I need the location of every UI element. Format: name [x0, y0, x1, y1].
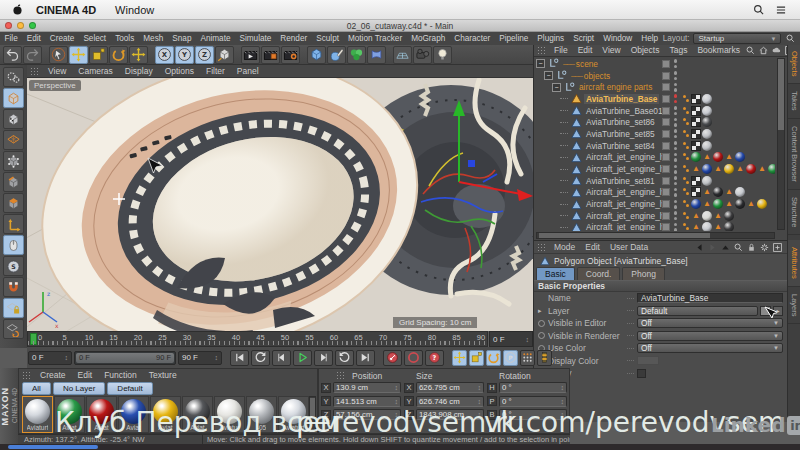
material-swatch-0[interactable]: Aviaturt — [22, 396, 53, 433]
planar-workplane-icon[interactable] — [3, 319, 24, 339]
panel-drag-handle[interactable] — [30, 67, 39, 76]
object-name[interactable]: Aircraft_jet_engine_lwo.12 — [584, 222, 662, 231]
go-to-end-icon[interactable] — [356, 350, 375, 366]
forward-icon[interactable] — [707, 242, 718, 253]
polygons-mode-icon[interactable] — [3, 193, 24, 213]
object-name[interactable]: AviaTurbine_set86 — [584, 117, 657, 127]
search-icon[interactable] — [745, 45, 756, 56]
layer-tab-no-layer[interactable]: No Layer — [53, 382, 105, 395]
viewport-menu-display[interactable]: Display — [119, 66, 159, 76]
object-row-aviaturbine_set85[interactable]: AviaTurbine_set85 — [536, 128, 775, 140]
object-row-aircraft_jet_engine_lwo-14[interactable]: Aircraft_jet_engine_lwo.14▲▲▲ — [536, 198, 775, 210]
magnet-icon[interactable] — [3, 277, 24, 297]
object-tags[interactable]: ▲▲ — [683, 211, 775, 221]
viewport-menu-options[interactable]: Options — [159, 66, 200, 76]
visibility-dots[interactable] — [673, 176, 678, 185]
go-to-start-icon[interactable] — [230, 350, 249, 366]
menu-plugins[interactable]: Plugins — [533, 34, 569, 43]
rotation-p-field[interactable]: 0 °↕ — [499, 396, 567, 407]
position-y-field[interactable]: 141.513 cm↕ — [333, 396, 401, 407]
viewport[interactable]: z x — [27, 78, 533, 331]
object-name[interactable]: Aircraft_jet_engine_lwo.13 — [584, 211, 662, 221]
attribute-menu-user-data[interactable]: User Data — [605, 242, 653, 252]
side-tab-takes[interactable]: Takes — [788, 84, 800, 119]
lock-z-icon[interactable]: Z — [195, 46, 214, 64]
material-menu-function[interactable]: Function — [98, 370, 143, 380]
previous-frame-icon[interactable] — [272, 350, 291, 366]
home-icon[interactable] — [758, 45, 769, 56]
coord-system-icon[interactable] — [215, 46, 234, 64]
object-row-aircraft_jet_engine_lwo-17[interactable]: Aircraft_jet_engine_lwo.17▲▲ — [536, 152, 775, 164]
vertical-scrollbar[interactable] — [777, 58, 785, 230]
object-tags[interactable] — [683, 129, 775, 139]
use-color-dropdown[interactable]: Off▼ — [637, 343, 783, 353]
visibility-dots[interactable] — [673, 129, 678, 138]
deformers-icon[interactable] — [367, 46, 386, 64]
object-tags[interactable]: ▲▲▲▲ — [683, 164, 775, 174]
material-swatch-3[interactable]: Aviat — [118, 396, 149, 433]
layer-color-chip[interactable] — [662, 107, 670, 115]
layer-color-chip[interactable] — [662, 60, 670, 68]
apple-icon[interactable] — [10, 2, 28, 18]
tab-phong[interactable]: Phong — [622, 267, 665, 280]
previous-key-icon[interactable] — [251, 350, 270, 366]
object-tags[interactable]: ▲▲ — [683, 152, 775, 162]
search-icon[interactable] — [733, 242, 744, 253]
layer-color-chip[interactable] — [662, 165, 670, 173]
render-settings-icon[interactable] — [281, 46, 300, 64]
menu-mograph[interactable]: MoGraph — [407, 34, 450, 43]
object-name[interactable]: –––scene — [561, 59, 600, 69]
side-tab-attributes[interactable]: Attributes — [788, 240, 800, 287]
add-cube-icon[interactable] — [307, 46, 326, 64]
rotate-tool-icon[interactable] — [109, 46, 128, 64]
object-menu-objects[interactable]: Objects — [626, 45, 665, 55]
layer-dropdown[interactable]: Default — [637, 306, 758, 316]
material-swatch-7[interactable]: -05 — [246, 396, 277, 433]
enable-axis-icon[interactable] — [3, 214, 24, 234]
layer-color-chip[interactable] — [662, 212, 670, 220]
menu-list-icon[interactable] — [774, 3, 788, 17]
object-row-aircraft_jet_engine_lwo-16[interactable]: Aircraft_jet_engine_lwo.16▲▲▲▲ — [536, 163, 775, 175]
visibility-dots[interactable] — [673, 59, 678, 68]
render-view-icon[interactable] — [241, 46, 260, 64]
object-name[interactable]: AviaTurbine_set85 — [584, 129, 657, 139]
display-color-swatch[interactable] — [637, 356, 659, 365]
viewport-menu-cameras[interactable]: Cameras — [72, 66, 118, 76]
texture-mode-icon[interactable] — [3, 109, 24, 129]
lock-x-icon[interactable]: X — [155, 46, 174, 64]
material-menu-edit[interactable]: Edit — [72, 370, 99, 380]
new-panel-icon[interactable] — [772, 242, 783, 253]
expander-icon[interactable]: − — [544, 71, 553, 80]
object-row-aircraft-engine-parts[interactable]: −aircraft engine parts — [536, 81, 775, 93]
panel-drag-handle[interactable] — [22, 371, 31, 380]
name-input[interactable]: AviaTurbine_Base — [637, 293, 783, 303]
video-progress-bar[interactable] — [0, 444, 800, 450]
current-frame-field[interactable]: 0 F↕ — [489, 331, 533, 347]
menu-select[interactable]: Select — [79, 34, 111, 43]
layer-color-chip[interactable] — [662, 130, 670, 138]
object-name[interactable]: AviaTurbine_set81 — [584, 176, 657, 186]
visibility-dots[interactable] — [673, 188, 678, 197]
last-tool-icon[interactable] — [129, 46, 148, 64]
x-ray-checkbox[interactable] — [637, 369, 646, 378]
layer-tab-default[interactable]: Default — [107, 382, 152, 395]
attribute-menu-edit[interactable]: Edit — [580, 242, 605, 252]
object-name[interactable]: –––objects — [569, 71, 612, 81]
material-swatch-6[interactable]: Aviatur — [214, 396, 245, 433]
material-swatch-2[interactable]: Aviat — [86, 396, 117, 433]
object-name[interactable]: AviaTurbine_set84 — [584, 141, 657, 151]
viewport-menu-filter[interactable]: Filter — [200, 66, 231, 76]
material-swatch-4[interactable]: Aviat — [150, 396, 181, 433]
visibility-dots[interactable] — [673, 141, 678, 150]
end-frame-field[interactable]: 90 F↕ — [178, 351, 222, 365]
visibility-dots[interactable] — [673, 94, 678, 103]
record-parameter-icon[interactable]: P — [503, 350, 518, 366]
move-tool-icon[interactable] — [69, 46, 88, 64]
record-pla-icon[interactable] — [520, 350, 535, 366]
visibility-dots[interactable] — [673, 211, 678, 220]
object-name[interactable]: Aircraft_jet_engine_lwo.16 — [584, 164, 662, 174]
menu-simulate[interactable]: Simulate — [235, 34, 276, 43]
start-frame-field[interactable]: 0 F↕ — [28, 351, 72, 365]
material-menu-create[interactable]: Create — [34, 370, 72, 380]
keyframe-selection-icon[interactable]: ? — [425, 350, 444, 366]
